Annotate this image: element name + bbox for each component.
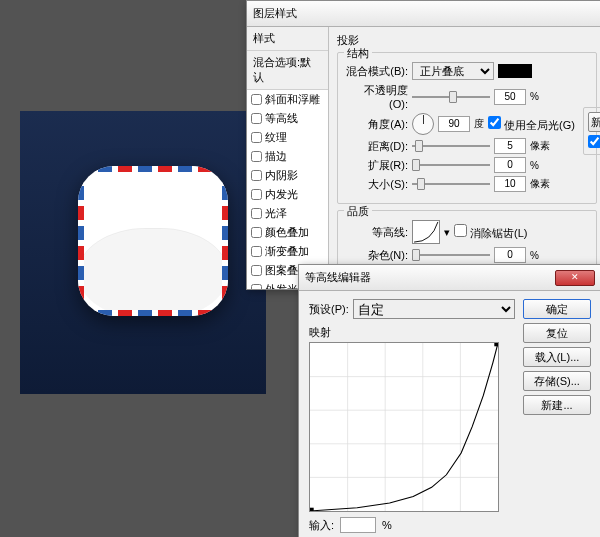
angle-dial[interactable] xyxy=(412,113,434,135)
preset-label: 预设(P): xyxy=(309,302,349,317)
noise-value[interactable]: 0 xyxy=(494,247,526,263)
style-head[interactable]: 样式 xyxy=(247,27,328,51)
style-list: 样式 混合选项:默认 斜面和浮雕等高线纹理描边内阴影内发光光泽颜色叠加渐变叠加图… xyxy=(247,27,329,289)
opacity-slider[interactable] xyxy=(412,90,490,104)
style-item-label: 描边 xyxy=(265,149,287,164)
quality-title: 品质 xyxy=(344,204,372,219)
size-label: 大小(S): xyxy=(346,177,408,192)
input-unit: % xyxy=(382,519,392,531)
chevron-down-icon[interactable]: ▾ xyxy=(444,226,450,239)
contour-editor-title: 等高线编辑器 xyxy=(305,270,555,285)
contour-label: 等高线: xyxy=(346,225,408,240)
opacity-label: 不透明度(O): xyxy=(346,83,408,110)
side-group: 新建 xyxy=(583,107,600,155)
noise-label: 杂色(N): xyxy=(346,248,408,263)
spread-label: 扩展(R): xyxy=(346,158,408,173)
contour-editor-dialog: 等高线编辑器 ✕ 预设(P): 自定 映射 xyxy=(298,264,600,537)
shadow-color-swatch[interactable] xyxy=(498,64,532,78)
opacity-value[interactable]: 50 xyxy=(494,89,526,105)
style-item-6[interactable]: 光泽 xyxy=(247,204,328,223)
structure-group: 结构 混合模式(B): 正片叠底 不透明度(O): 50 % 角度(A): 90… xyxy=(337,52,597,204)
style-checkbox[interactable] xyxy=(251,94,262,105)
style-checkbox[interactable] xyxy=(251,284,262,289)
contour-editor-titlebar[interactable]: 等高线编辑器 ✕ xyxy=(299,265,600,291)
spread-slider[interactable] xyxy=(412,158,490,172)
style-item-2[interactable]: 纹理 xyxy=(247,128,328,147)
save-button[interactable]: 存储(S)... xyxy=(523,371,591,391)
layer-style-title: 图层样式 xyxy=(253,6,599,21)
contour-picker[interactable] xyxy=(412,220,440,244)
input-value[interactable] xyxy=(340,517,376,533)
new-button[interactable]: 新建... xyxy=(523,395,591,415)
distance-value[interactable]: 5 xyxy=(494,138,526,154)
layer-style-titlebar[interactable]: 图层样式 xyxy=(247,1,600,27)
mapping-label: 映射 xyxy=(309,325,515,340)
size-value[interactable]: 10 xyxy=(494,176,526,192)
reset-button[interactable]: 复位 xyxy=(523,323,591,343)
style-item-label: 内发光 xyxy=(265,187,298,202)
style-checkbox[interactable] xyxy=(251,132,262,143)
side-checkbox[interactable] xyxy=(588,135,600,150)
antialias-checkbox[interactable]: 消除锯齿(L) xyxy=(454,224,528,241)
noise-unit: % xyxy=(530,250,539,261)
angle-label: 角度(A): xyxy=(346,117,408,132)
style-item-4[interactable]: 内阴影 xyxy=(247,166,328,185)
new-style-button[interactable]: 新建 xyxy=(588,112,600,132)
style-checkbox[interactable] xyxy=(251,227,262,238)
curve-editor[interactable] xyxy=(309,342,499,512)
style-item-label: 内阴影 xyxy=(265,168,298,183)
style-item-label: 外发光 xyxy=(265,282,298,289)
style-item-7[interactable]: 颜色叠加 xyxy=(247,223,328,242)
style-checkbox[interactable] xyxy=(251,151,262,162)
style-checkbox[interactable] xyxy=(251,246,262,257)
size-slider[interactable] xyxy=(412,177,490,191)
section-title: 投影 xyxy=(337,33,597,48)
distance-label: 距离(D): xyxy=(346,139,408,154)
distance-slider[interactable] xyxy=(412,139,490,153)
distance-unit: 像素 xyxy=(530,139,550,153)
blend-mode-label: 混合模式(B): xyxy=(346,64,408,79)
style-checkbox[interactable] xyxy=(251,265,262,276)
style-checkbox[interactable] xyxy=(251,208,262,219)
svg-rect-9 xyxy=(494,343,498,346)
input-label: 输入: xyxy=(309,518,334,533)
opacity-unit: % xyxy=(530,91,539,102)
angle-value[interactable]: 90 xyxy=(438,116,470,132)
global-light-checkbox[interactable]: 使用全局光(G) xyxy=(488,116,575,133)
style-item-label: 等高线 xyxy=(265,111,298,126)
spread-unit: % xyxy=(530,160,539,171)
close-icon[interactable]: ✕ xyxy=(555,270,595,286)
style-item-label: 渐变叠加 xyxy=(265,244,309,259)
style-item-0[interactable]: 斜面和浮雕 xyxy=(247,90,328,109)
blend-mode-select[interactable]: 正片叠底 xyxy=(412,62,494,80)
style-item-5[interactable]: 内发光 xyxy=(247,185,328,204)
layer-style-dialog: 图层样式 样式 混合选项:默认 斜面和浮雕等高线纹理描边内阴影内发光光泽颜色叠加… xyxy=(246,0,600,290)
style-item-label: 光泽 xyxy=(265,206,287,221)
canvas xyxy=(20,111,266,394)
angle-unit: 度 xyxy=(474,117,484,131)
spread-value[interactable]: 0 xyxy=(494,157,526,173)
style-item-label: 斜面和浮雕 xyxy=(265,92,320,107)
style-item-label: 颜色叠加 xyxy=(265,225,309,240)
size-unit: 像素 xyxy=(530,177,550,191)
style-item-1[interactable]: 等高线 xyxy=(247,109,328,128)
noise-slider[interactable] xyxy=(412,248,490,262)
load-button[interactable]: 载入(L)... xyxy=(523,347,591,367)
style-checkbox[interactable] xyxy=(251,170,262,181)
ok-button[interactable]: 确定 xyxy=(523,299,591,319)
style-item-label: 纹理 xyxy=(265,130,287,145)
structure-title: 结构 xyxy=(344,46,372,61)
style-item-3[interactable]: 描边 xyxy=(247,147,328,166)
blend-head[interactable]: 混合选项:默认 xyxy=(247,51,328,90)
style-item-8[interactable]: 渐变叠加 xyxy=(247,242,328,261)
drop-shadow-panel: 投影 结构 混合模式(B): 正片叠底 不透明度(O): 50 % 角度(A): xyxy=(329,27,600,289)
style-checkbox[interactable] xyxy=(251,113,262,124)
style-checkbox[interactable] xyxy=(251,189,262,200)
preset-select[interactable]: 自定 xyxy=(353,299,515,319)
envelope-icon-preview xyxy=(78,166,228,316)
svg-rect-8 xyxy=(310,508,314,511)
